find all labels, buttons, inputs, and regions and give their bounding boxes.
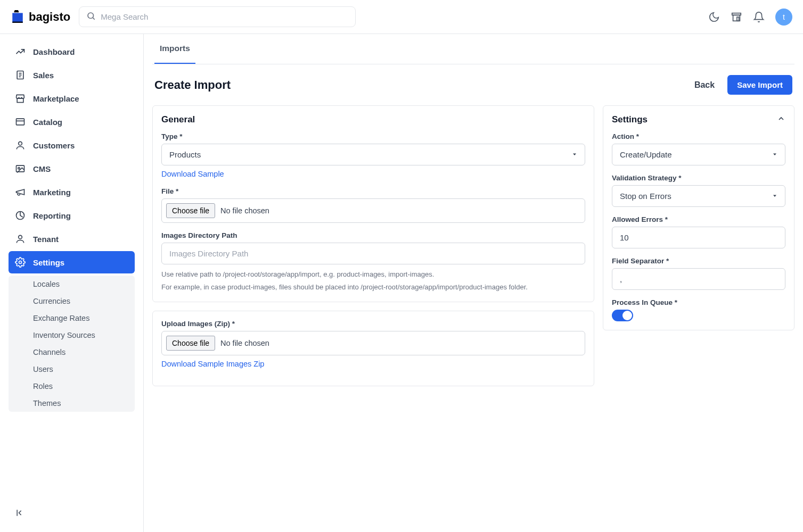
settings-title: Settings [612, 114, 648, 125]
sidebar-subitem-channels[interactable]: Channels [9, 344, 135, 361]
settings-card: Settings Action * Create/Update Validati… [603, 105, 794, 330]
queue-label: Process In Queue * [612, 298, 785, 306]
svg-point-16 [18, 168, 20, 169]
help-text-1: Use relative path to /project-root/stora… [161, 269, 585, 280]
settings-icon [15, 257, 26, 268]
sidebar-item-label: Dashboard [33, 47, 75, 56]
choose-file-button[interactable]: Choose file [166, 203, 215, 218]
general-title: General [161, 114, 585, 125]
upload-file-status: No file chosen [220, 339, 269, 347]
sidebar-item-marketplace[interactable]: Marketplace [9, 87, 135, 110]
sidebar-subitem-themes[interactable]: Themes [9, 395, 135, 412]
help-text-2: For example, in case product-images, fil… [161, 281, 585, 293]
process-queue-toggle[interactable] [612, 310, 633, 321]
choose-file-button-zip[interactable]: Choose file [166, 336, 215, 351]
tabs: Imports [152, 34, 794, 64]
sidebar-item-settings[interactable]: Settings [9, 251, 135, 273]
upload-card: Upload Images (Zip) * Choose file No fil… [152, 311, 594, 386]
download-sample-link[interactable]: Download Sample [161, 170, 224, 178]
marketing-icon [15, 187, 26, 197]
user-avatar[interactable]: t [775, 9, 792, 26]
collapse-sidebar-icon[interactable] [15, 511, 26, 520]
svg-point-18 [19, 235, 22, 239]
brand-logo[interactable]: bagisto [11, 10, 70, 24]
action-select[interactable]: Create/Update [612, 144, 785, 165]
download-sample-zip-link[interactable]: Download Sample Images Zip [161, 360, 264, 368]
top-header: bagisto t [0, 0, 803, 34]
upload-label: Upload Images (Zip) * [161, 320, 585, 328]
brand-name: bagisto [29, 10, 70, 24]
reporting-icon [15, 210, 26, 221]
images-dir-input[interactable] [161, 243, 585, 264]
marketplace-icon [15, 93, 26, 104]
theme-toggle-icon[interactable] [708, 11, 720, 23]
sidebar-item-label: Customers [33, 141, 75, 150]
sidebar-item-reporting[interactable]: Reporting [9, 204, 135, 227]
svg-rect-11 [17, 98, 23, 103]
allowed-errors-label: Allowed Errors * [612, 215, 785, 223]
upload-file-input[interactable]: Choose file No file chosen [161, 331, 585, 355]
images-dir-label: Images Directory Path [161, 231, 585, 239]
svg-rect-6 [737, 17, 739, 21]
page-actions: Back Save Import [694, 75, 792, 95]
sidebar-item-customers[interactable]: Customers [9, 134, 135, 156]
file-label: File * [161, 187, 585, 195]
sidebar-subitem-currencies[interactable]: Currencies [9, 293, 135, 310]
back-link[interactable]: Back [694, 80, 715, 90]
bell-icon[interactable] [753, 11, 765, 23]
sidebar-item-label: Marketplace [33, 94, 79, 103]
sidebar-item-label: Tenant [33, 235, 59, 244]
validation-label: Validation Strategy * [612, 174, 785, 182]
sidebar-footer [9, 501, 135, 527]
sidebar-item-label: CMS [33, 164, 51, 173]
field-sep-input[interactable] [612, 268, 785, 290]
catalog-icon [15, 117, 26, 127]
allowed-errors-input[interactable] [612, 227, 785, 248]
svg-rect-12 [17, 119, 24, 125]
sidebar-subitem-exchange-rates[interactable]: Exchange Rates [9, 310, 135, 327]
sidebar-subitem-users[interactable]: Users [9, 361, 135, 378]
validation-select[interactable]: Stop on Errors [612, 185, 785, 207]
search-input[interactable] [79, 6, 356, 27]
sidebar: Dashboard Sales Marketplace Catalog Cust… [0, 34, 144, 532]
sidebar-item-sales[interactable]: Sales [9, 64, 135, 86]
sidebar-subitem-inventory-sources[interactable]: Inventory Sources [9, 327, 135, 344]
chevron-up-icon[interactable] [777, 114, 785, 125]
dashboard-icon [15, 46, 26, 57]
toggle-knob [622, 311, 632, 320]
sidebar-item-label: Reporting [33, 211, 71, 220]
search-container [79, 6, 356, 27]
svg-rect-0 [12, 13, 23, 22]
general-card: General Type * Products Download Sample … [152, 105, 594, 302]
sidebar-item-tenant[interactable]: Tenant [9, 228, 135, 250]
file-input[interactable]: Choose file No file chosen [161, 198, 585, 223]
sidebar-item-cms[interactable]: CMS [9, 157, 135, 180]
svg-line-3 [93, 18, 95, 19]
sidebar-item-dashboard[interactable]: Dashboard [9, 40, 135, 63]
sidebar-subitems: Locales Currencies Exchange Rates Invent… [9, 276, 135, 412]
customers-icon [15, 140, 26, 151]
type-label: Type * [161, 132, 585, 140]
sidebar-subitem-roles[interactable]: Roles [9, 378, 135, 395]
sidebar-item-label: Marketing [33, 188, 71, 197]
svg-rect-1 [12, 21, 23, 22]
tab-imports[interactable]: Imports [154, 34, 195, 64]
type-select[interactable]: Products [161, 144, 585, 165]
file-status: No file chosen [220, 206, 269, 215]
svg-point-2 [88, 13, 94, 19]
page-header: Create Import Back Save Import [152, 75, 794, 95]
save-import-button[interactable]: Save Import [727, 75, 792, 95]
sidebar-subitem-locales[interactable]: Locales [9, 276, 135, 293]
sidebar-item-label: Catalog [33, 118, 62, 127]
sidebar-item-marketing[interactable]: Marketing [9, 181, 135, 203]
main-content: Imports Create Import Back Save Import G… [144, 34, 803, 532]
sales-icon [15, 70, 26, 80]
cms-icon [15, 163, 26, 174]
store-icon[interactable] [731, 11, 742, 23]
svg-point-19 [19, 261, 22, 264]
bag-icon [11, 10, 24, 24]
page-title: Create Import [154, 78, 694, 92]
svg-point-14 [19, 142, 22, 145]
sidebar-item-catalog[interactable]: Catalog [9, 111, 135, 133]
action-label: Action * [612, 132, 785, 140]
